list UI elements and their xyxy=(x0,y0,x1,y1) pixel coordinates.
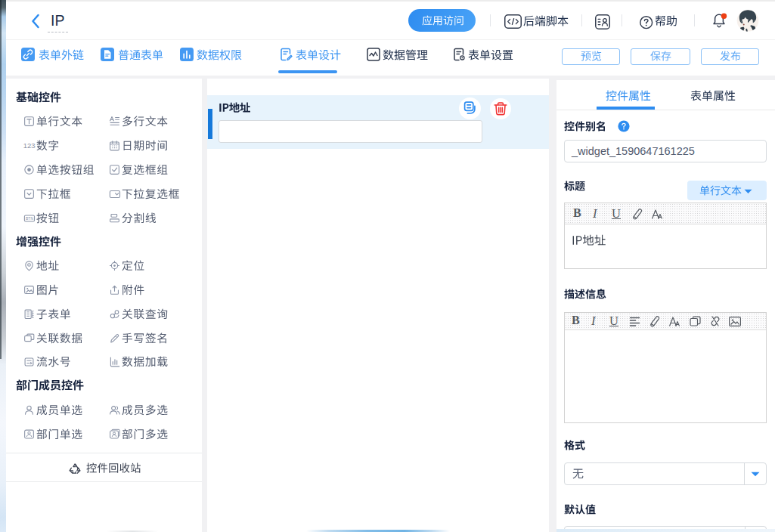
svg-text:BTN: BTN xyxy=(26,216,33,220)
svg-text:123#8a93a6: 123#8a93a6 xyxy=(23,141,36,150)
